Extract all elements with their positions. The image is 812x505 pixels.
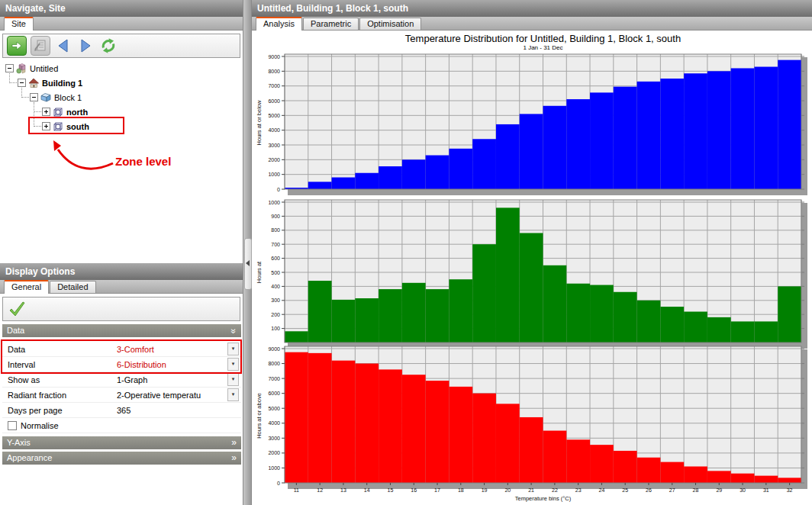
bar <box>285 352 308 483</box>
bar <box>754 67 778 189</box>
bar <box>684 466 707 483</box>
tree-item-untitled[interactable]: Untitled <box>30 64 58 73</box>
zone-icon <box>53 107 63 117</box>
svg-text:900: 900 <box>271 214 280 219</box>
svg-text:30: 30 <box>740 487 746 493</box>
navigate-panel: Navigate, Site Site Zone level UntitledB… <box>0 0 243 263</box>
tree-item-block-1[interactable]: Block 1 <box>54 93 82 102</box>
site-tree: Zone level UntitledBuilding 1Block 1nort… <box>0 61 243 263</box>
tab-detailed[interactable]: Detailed <box>50 281 95 293</box>
svg-text:5000: 5000 <box>268 406 280 411</box>
bar <box>637 82 661 189</box>
bar <box>543 265 567 343</box>
bar <box>332 300 356 343</box>
bar <box>566 284 590 343</box>
bar <box>426 289 450 343</box>
svg-text:25: 25 <box>622 487 628 493</box>
display-options-panel: Display Options GeneralDetailed Data » D… <box>0 263 243 505</box>
tree-item-north[interactable]: north <box>66 108 88 117</box>
svg-text:7000: 7000 <box>268 376 280 381</box>
show-as-dropdown[interactable]: 1-Graph▾ <box>117 373 239 386</box>
bar <box>684 73 707 189</box>
display-options-toolbar <box>2 297 240 321</box>
display-options-tabstrip: GeneralDetailed <box>0 280 243 294</box>
svg-text:5000: 5000 <box>268 113 280 118</box>
tab-general[interactable]: General <box>4 280 49 294</box>
tree-row: Untitled <box>0 61 243 76</box>
section-header-appearance[interactable]: Appearance » <box>2 452 241 465</box>
days-per-page-input[interactable]: 365 <box>117 404 239 417</box>
navigate-toolbar <box>2 34 240 58</box>
bar <box>614 292 637 343</box>
dropdown-arrow-icon[interactable]: ▾ <box>227 388 239 401</box>
svg-text:0: 0 <box>277 481 280 486</box>
svg-text:27: 27 <box>669 487 675 493</box>
svg-text:18: 18 <box>458 487 464 493</box>
svg-text:16: 16 <box>411 487 417 493</box>
apply-check-button[interactable] <box>7 299 27 319</box>
bar <box>520 233 543 343</box>
svg-text:100: 100 <box>271 326 280 331</box>
bar <box>308 281 332 343</box>
block-icon <box>40 92 51 103</box>
results-panel: Untitled, Building 1, Block 1, south Ana… <box>252 0 812 505</box>
bar <box>355 173 379 189</box>
collapse-chevron-icon[interactable]: » <box>229 329 240 334</box>
svg-text:17: 17 <box>434 487 440 493</box>
bar <box>402 283 426 343</box>
collapse-minus-icon[interactable] <box>5 64 14 72</box>
bar <box>449 279 472 343</box>
bar <box>778 60 801 189</box>
svg-text:20: 20 <box>504 487 511 493</box>
refresh-button[interactable] <box>98 36 118 56</box>
splitter-collapse-handle[interactable] <box>244 238 252 290</box>
collapse-minus-icon[interactable] <box>30 93 38 101</box>
back-button[interactable] <box>54 36 72 56</box>
subplot-2: 0100020003000400050006000700080009000Hou… <box>256 346 807 490</box>
tab-site[interactable]: Site <box>4 17 34 31</box>
bar <box>496 124 520 189</box>
section-appearance-label: Appearance <box>7 453 52 462</box>
expand-plus-icon[interactable] <box>42 108 50 116</box>
svg-text:700: 700 <box>271 242 280 247</box>
application-window: Navigate, Site Site Zone level UntitledB… <box>0 0 812 505</box>
zone-highlight-box <box>28 117 124 134</box>
bar <box>308 182 332 189</box>
expand-chevron-icon[interactable]: » <box>231 452 237 463</box>
section-header-y-axis[interactable]: Y-Axis » <box>2 436 241 449</box>
bar <box>379 289 402 343</box>
bar <box>731 474 755 483</box>
svg-text:400: 400 <box>271 284 280 289</box>
tree-row: Block 1 <box>0 90 243 105</box>
dropdown-arrow-icon[interactable]: ▾ <box>227 373 239 386</box>
svg-text:21: 21 <box>528 487 534 493</box>
normalise-checkbox[interactable] <box>8 421 17 430</box>
tab-analysis[interactable]: Analysis <box>256 17 302 31</box>
svg-text:15: 15 <box>388 487 394 493</box>
section-header-data[interactable]: Data » <box>2 324 241 337</box>
go-button[interactable] <box>7 36 27 56</box>
collapse-minus-icon[interactable] <box>18 79 26 87</box>
svg-text:6000: 6000 <box>268 391 280 396</box>
expand-chevron-icon[interactable]: » <box>231 437 237 448</box>
option-value: 2-Operative temperatu <box>117 391 227 400</box>
bar <box>332 361 356 483</box>
bar <box>496 207 520 343</box>
bar <box>566 439 590 483</box>
radiant-fraction-dropdown[interactable]: 2-Operative temperatu▾ <box>117 388 239 401</box>
forward-button[interactable] <box>76 36 95 56</box>
panel-splitter[interactable] <box>243 0 252 505</box>
tab-parametric[interactable]: Parametric <box>303 18 359 30</box>
bar <box>778 286 801 343</box>
tree-item-building-1[interactable]: Building 1 <box>42 79 82 88</box>
svg-text:23: 23 <box>575 487 582 493</box>
subplot-0: 0100020003000400050006000700080009000Hou… <box>256 54 807 196</box>
bar <box>590 92 614 189</box>
subplot-1: 1002003004005006007008009001000Hours at <box>256 200 807 349</box>
svg-text:4000: 4000 <box>268 420 280 426</box>
svg-text:19: 19 <box>482 487 488 493</box>
zone-level-annotation: Zone level <box>115 155 171 168</box>
svg-text:3000: 3000 <box>268 143 280 148</box>
bar <box>543 431 567 483</box>
tab-optimisation[interactable]: Optimisation <box>359 18 421 30</box>
